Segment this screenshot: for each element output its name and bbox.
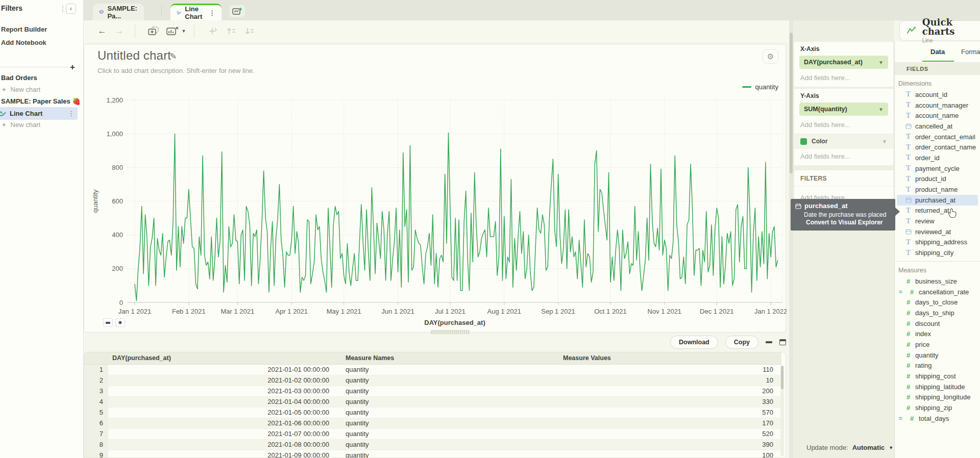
column-header-measure-values[interactable]: Measure Values <box>559 352 781 364</box>
measure-item-total_days[interactable]: =#total_days <box>897 413 978 424</box>
measure-item-shipping_latitude[interactable]: #shipping_latitude <box>897 381 978 392</box>
table-row[interactable]: 62021-01-06 00:00:00quantity170 <box>84 418 781 428</box>
measure-icon: # <box>909 415 915 422</box>
new-tab-button[interactable] <box>230 5 245 17</box>
reset-zoom-button[interactable] <box>115 318 125 327</box>
table-row[interactable]: 92021-01-09 00:00:00quantity100 <box>84 450 781 458</box>
dimension-item-product_id[interactable]: Tproduct_id <box>897 174 978 185</box>
block-resize-handle[interactable] <box>431 330 470 334</box>
measure-item-price[interactable]: #price <box>897 339 978 350</box>
y-axis-field-pill[interactable]: SUM(quantity) ▼ <box>799 103 888 116</box>
remove-chart-button[interactable]: ▼ <box>165 25 187 37</box>
column-header-day-purchased-at[interactable]: DAY(purchased_at) <box>108 352 341 364</box>
main-scrollbar-thumb[interactable] <box>790 33 793 173</box>
dimension-item-returned_at[interactable]: Treturned_at <box>897 206 978 216</box>
tab-line-chart-active[interactable]: Line Chart ⋮ <box>170 4 222 20</box>
result-table[interactable]: DAY(purchased_at) Measure Names Measure … <box>84 352 786 458</box>
dimension-item-payment_cycle[interactable]: Tpayment_cycle <box>897 163 978 174</box>
tab-data[interactable]: Data <box>930 48 945 56</box>
y-axis-add-fields[interactable]: Add fields here... <box>794 116 893 134</box>
measure-item-business_size[interactable]: #business_size <box>897 276 978 287</box>
measure-item-rating[interactable]: #rating <box>897 361 978 371</box>
cell-measure-value: 570 <box>559 407 781 418</box>
dimension-item-reviewed_at[interactable]: reviewed_at <box>897 226 978 237</box>
measure-item-discount[interactable]: #discount <box>897 318 978 329</box>
table-row[interactable]: 12021-01-01 00:00:00quantity110 <box>84 364 781 375</box>
date-field-icon <box>905 228 912 235</box>
x-axis-field-pill[interactable]: DAY(purchased_at) ▼ <box>799 56 888 69</box>
x-axis-add-fields[interactable]: Add fields here... <box>794 69 893 87</box>
table-scrollbar[interactable] <box>780 366 784 456</box>
measures-list: #business_size=#cancellation_rate#days_t… <box>895 276 980 424</box>
quick-charts-icon <box>906 25 918 36</box>
tooltip-arrow <box>895 207 900 216</box>
measure-item-cancellation_rate[interactable]: =#cancellation_rate <box>897 287 978 297</box>
mouse-cursor-hand <box>948 208 957 219</box>
color-add-fields[interactable]: Add fields here... <box>794 149 893 165</box>
row-number: 1 <box>84 364 108 375</box>
svg-text:Sep 1 2021: Sep 1 2021 <box>541 308 575 315</box>
expand-table-icon[interactable] <box>779 339 786 345</box>
dimension-item-cancelled_at[interactable]: cancelled_at <box>897 121 978 132</box>
svg-text:DAY(purchased_at): DAY(purchased_at) <box>424 319 485 326</box>
add-project-button[interactable]: + <box>70 62 75 72</box>
measure-item-index[interactable]: #index <box>897 328 978 339</box>
download-button[interactable]: Download <box>670 336 718 349</box>
svg-text:Apr 1 2021: Apr 1 2021 <box>275 308 308 315</box>
dimension-item-account_id[interactable]: Taccount_id <box>897 89 978 100</box>
table-row[interactable]: 82021-01-08 00:00:00quantity390 <box>84 439 781 450</box>
zoom-out-button[interactable] <box>103 318 113 327</box>
copy-button[interactable]: Copy <box>725 336 758 349</box>
table-row[interactable]: 22021-01-02 00:00:00quantity10 <box>84 375 781 386</box>
dimension-item-order_id[interactable]: Torder_id <box>897 152 978 163</box>
sidebar-item-report-builder[interactable]: Report Builder <box>1 26 47 33</box>
tab-sample-paper-sales[interactable]: SAMPLE: Pa... <box>93 4 144 20</box>
dimension-item-shipping_address[interactable]: Tshipping_address <box>897 237 978 248</box>
color-field-row[interactable]: Color ▼ <box>794 134 893 149</box>
dimension-item-order_contact_email[interactable]: Torder_contact_email <box>897 132 978 142</box>
duplicate-block-button[interactable] <box>146 25 161 37</box>
plus-icon: + <box>2 121 6 129</box>
sidebar-new-chart-button-2[interactable]: +New chart <box>2 121 40 129</box>
sidebar-item-line-chart-selected[interactable]: Line Chart ⋮ <box>0 107 78 120</box>
sidebar-project-bad-orders[interactable]: Bad Orders <box>1 74 37 82</box>
table-row[interactable]: 42021-01-04 00:00:00quantity330 <box>84 396 781 407</box>
svg-text:1,000: 1,000 <box>106 130 123 138</box>
dimension-item-review[interactable]: Treview <box>897 216 978 226</box>
main-scrollbar[interactable] <box>789 20 793 458</box>
tab-menu-icon[interactable]: ⋮ <box>209 9 215 17</box>
dimension-item-account_manager[interactable]: Taccount_manager <box>897 100 978 111</box>
measure-item-shipping_zip[interactable]: #shipping_zip <box>897 402 978 413</box>
measure-item-quantity[interactable]: #quantity <box>897 350 978 361</box>
column-header-measure-names[interactable]: Measure Names <box>341 352 559 364</box>
dimension-item-purchased_at[interactable]: purchased_at <box>897 195 978 206</box>
sidebar-item-add-notebook[interactable]: Add Notebook <box>1 39 46 46</box>
item-menu-icon[interactable]: ⋮ <box>68 110 75 117</box>
dimension-item-account_name[interactable]: Taccount_name <box>897 110 978 121</box>
toolbar-divider <box>135 24 135 38</box>
measure-item-days_to_ship[interactable]: #days_to_ship <box>897 308 978 318</box>
dimension-item-product_name[interactable]: Tproduct_name <box>897 184 978 195</box>
measure-item-shipping_longitude[interactable]: #shipping_longitude <box>897 392 978 403</box>
tooltip-action[interactable]: Convert to Visual Explorer <box>806 219 891 227</box>
row-number: 8 <box>84 439 108 450</box>
sidebar-new-chart-button[interactable]: +New chart <box>2 86 40 93</box>
measure-item-shipping_cost[interactable]: #shipping_cost <box>897 371 978 381</box>
tab-format[interactable]: Format <box>961 48 980 56</box>
table-body: 12021-01-01 00:00:00quantity11022021-01-… <box>84 364 781 458</box>
table-row[interactable]: 72021-01-07 00:00:00quantity520 <box>84 428 781 439</box>
dimension-item-order_contact_name[interactable]: Torder_contact_name <box>897 142 978 152</box>
dimension-item-shipping_city[interactable]: Tshipping_city <box>897 247 978 258</box>
back-button[interactable]: ← <box>96 25 108 37</box>
table-row[interactable]: 32021-01-03 00:00:00quantity200 <box>84 386 781 396</box>
field-name: days_to_close <box>915 298 958 306</box>
table-row[interactable]: 52021-01-05 00:00:00quantity570 <box>84 407 781 418</box>
sidebar-project-paper-sales[interactable]: SAMPLE: Paper Sales 🍓 <box>1 97 81 105</box>
line-chart-canvas[interactable]: 02004006008001,0001,200Jan 1 2021Feb 1 2… <box>84 44 787 333</box>
table-scrollbar-thumb[interactable] <box>781 366 783 389</box>
collapse-sidebar-button[interactable]: ‹ <box>66 4 76 14</box>
measure-item-days_to_close[interactable]: #days_to_close <box>897 297 978 308</box>
chart-block: Untitled chart ✎ Click to add chart desc… <box>84 44 786 333</box>
update-mode-control[interactable]: Update mode: Automatic ▼ <box>806 444 893 451</box>
collapse-table-icon[interactable] <box>766 341 772 343</box>
